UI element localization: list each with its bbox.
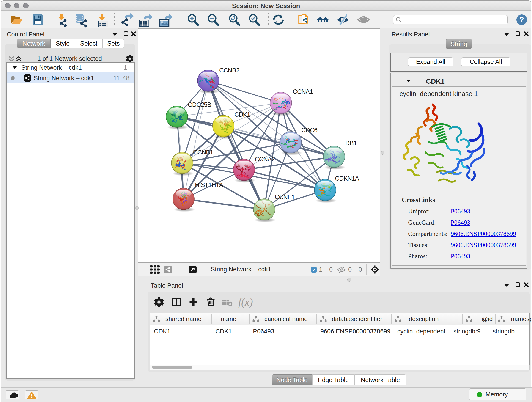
svg-text:CCNB1: CCNB1 <box>193 149 213 156</box>
svg-text:RB1: RB1 <box>345 140 357 147</box>
svg-text:CCNA2: CCNA2 <box>255 156 275 163</box>
svg-text:CDK1: CDK1 <box>234 111 250 118</box>
svg-text:CDC6: CDC6 <box>301 127 317 134</box>
svg-text:CDC25B: CDC25B <box>188 101 211 108</box>
svg-text:CDKN1A: CDKN1A <box>335 175 359 182</box>
svg-text:CCNB2: CCNB2 <box>219 67 239 74</box>
svg-text:CCNA1: CCNA1 <box>293 88 313 95</box>
svg-text:HIST1H1A: HIST1H1A <box>195 182 223 188</box>
svg-text:CCNE1: CCNE1 <box>275 194 295 201</box>
